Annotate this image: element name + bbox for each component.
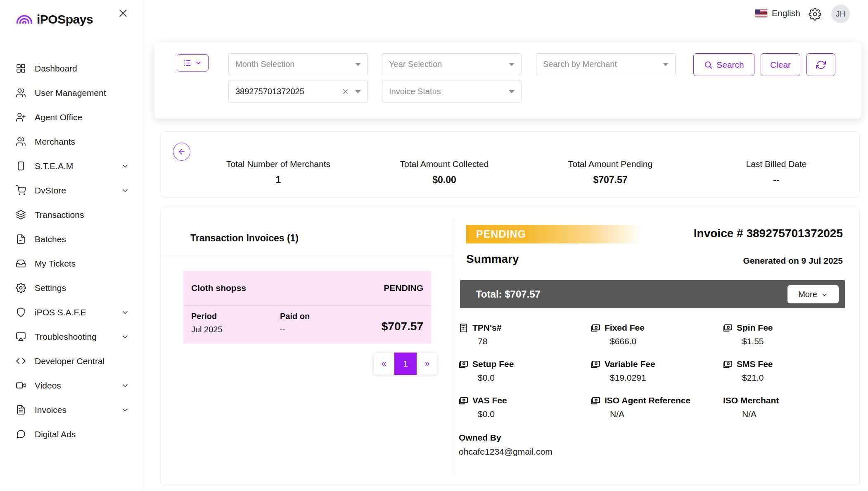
- sidebar-item-dashboard[interactable]: Dashboard: [0, 56, 145, 81]
- close-icon[interactable]: [117, 7, 129, 19]
- banknote-icon: [723, 360, 733, 369]
- fee-label-text: VAS Fee: [472, 396, 507, 405]
- gear-icon[interactable]: [809, 8, 821, 21]
- stat-label: Last Billed Date: [693, 159, 859, 169]
- stat-total-amount-pending: Total Amount Pending$707.57: [527, 159, 693, 186]
- fee-label-text: Setup Fee: [472, 359, 514, 369]
- banknote-icon: [723, 323, 733, 333]
- fee-label: TPN's#: [459, 323, 591, 333]
- cart-icon: [16, 185, 26, 195]
- fee-label: VAS Fee: [459, 396, 591, 405]
- search-button[interactable]: Search: [693, 53, 754, 76]
- fee-sms-fee: SMS Fee$21.0: [723, 359, 855, 396]
- sidebar-item-s-t-e-a-m[interactable]: S.T.E.A.M: [0, 154, 145, 178]
- fee-value: $21.0: [723, 373, 855, 383]
- year-selection-dropdown[interactable]: Year Selection: [382, 53, 522, 75]
- brand-name: iPOSpays: [37, 12, 93, 26]
- more-button[interactable]: More: [787, 285, 839, 303]
- banknote-icon: [459, 396, 468, 405]
- pagination-prev-button[interactable]: «: [373, 353, 394, 375]
- panel-divider: [453, 219, 453, 475]
- fee-label-text: ISO Agent Reference: [605, 396, 690, 405]
- user-plus-icon: [16, 112, 26, 122]
- fee-label-text: Variable Fee: [605, 359, 655, 369]
- period-value: Jul 2025: [191, 325, 280, 334]
- clear-button[interactable]: Clear: [761, 53, 800, 76]
- invoice-status-placeholder: Invoice Status: [389, 87, 441, 96]
- sidebar-item-ipos-s-a-f-e[interactable]: iPOS S.A.F.E: [0, 300, 145, 324]
- sidebar-item-label: User Management: [35, 88, 106, 98]
- fee-label: SMS Fee: [723, 359, 855, 369]
- sidebar-item-my-tickets[interactable]: My Tickets: [0, 251, 145, 276]
- refresh-button[interactable]: [806, 53, 835, 76]
- sidebar-item-label: Agent Office: [35, 112, 82, 122]
- search-button-label: Search: [716, 60, 744, 70]
- sidebar-item-troubleshooting[interactable]: Troubleshooting: [0, 324, 145, 349]
- stat-value: $0.00: [361, 174, 527, 186]
- fee-label: ISO Merchant: [723, 396, 855, 405]
- sidebar-item-label: Settings: [35, 283, 66, 293]
- fee-fixed-fee: Fixed Fee$666.0: [591, 323, 723, 359]
- paid-on-label: Paid on: [280, 312, 369, 321]
- layers-icon: [16, 210, 26, 220]
- invoice-status-dropdown[interactable]: Invoice Status: [382, 81, 522, 102]
- owned-by-label: Owned By: [459, 433, 553, 443]
- stat-label: Total Number of Merchants: [195, 159, 361, 169]
- clear-tpn-icon[interactable]: [342, 88, 349, 95]
- fee-label: Setup Fee: [459, 359, 591, 369]
- message-icon: [16, 429, 26, 439]
- sidebar-item-agent-office[interactable]: Agent Office: [0, 105, 145, 129]
- users-icon: [16, 136, 26, 147]
- month-selection-placeholder: Month Selection: [235, 60, 294, 69]
- screen-share-icon: [16, 331, 26, 342]
- sidebar-item-batches[interactable]: Batches: [0, 227, 145, 251]
- sidebar-item-label: Dashboard: [35, 64, 77, 74]
- tpn-value: 389275701372025: [235, 87, 304, 96]
- avatar[interactable]: JH: [831, 5, 850, 23]
- fee-iso-agent-reference: ISO Agent ReferenceN/A: [591, 396, 723, 432]
- sidebar-item-merchants[interactable]: Merchants: [0, 129, 145, 154]
- back-button[interactable]: [173, 143, 190, 161]
- chevron-down-icon: [121, 381, 129, 390]
- invoice-list-item[interactable]: Cloth shopss PENDING Period Jul 2025 Pai…: [183, 271, 431, 343]
- fee-iso-merchant: ISO MerchantN/A: [723, 396, 855, 432]
- sidebar-item-user-management[interactable]: User Management: [0, 81, 145, 105]
- code-icon: [16, 356, 26, 366]
- sidebar: iPOSpays DashboardUser ManagementAgent O…: [0, 0, 145, 491]
- invoice-item-status: PENDING: [384, 283, 423, 293]
- search-icon: [704, 60, 713, 69]
- sidebar-item-settings[interactable]: Settings: [0, 276, 145, 300]
- pending-status-banner: PENDING: [466, 225, 647, 243]
- invoice-item-body: Period Jul 2025 Paid on -- $707.57: [183, 306, 431, 334]
- fee-label: Fixed Fee: [591, 323, 723, 333]
- pagination: « 1 »: [373, 353, 438, 375]
- sidebar-item-invoices[interactable]: Invoices: [0, 398, 145, 422]
- pagination-next-button[interactable]: »: [417, 353, 438, 375]
- tpn-dropdown[interactable]: 389275701372025: [228, 81, 368, 102]
- chevron-down-icon: [121, 308, 129, 317]
- caret-down-icon: [355, 90, 361, 93]
- sidebar-item-developer-central[interactable]: Developer Central: [0, 349, 145, 373]
- pagination-page-1[interactable]: 1: [394, 353, 417, 375]
- stat-value: --: [693, 174, 859, 186]
- search-by-merchant-dropdown[interactable]: Search by Merchant: [536, 53, 676, 75]
- sidebar-item-label: DvStore: [35, 186, 66, 195]
- sidebar-item-label: Troubleshooting: [35, 332, 97, 342]
- sidebar-item-label: My Tickets: [35, 259, 76, 269]
- video-icon: [16, 380, 26, 391]
- more-button-label: More: [798, 290, 817, 299]
- banknote-icon: [459, 360, 468, 369]
- file-text-icon: [16, 405, 26, 415]
- rainbow-logo-icon: [16, 11, 33, 28]
- sidebar-item-digital-ads[interactable]: Digital Ads: [0, 422, 145, 446]
- sidebar-item-dvstore[interactable]: DvStore: [0, 178, 145, 203]
- sidebar-item-transactions[interactable]: Transactions: [0, 203, 145, 227]
- fee-label: ISO Agent Reference: [591, 396, 723, 405]
- fee-label: Spin Fee: [723, 323, 855, 333]
- users-icon: [16, 88, 26, 98]
- language-selector[interactable]: English: [755, 8, 800, 18]
- month-selection-dropdown[interactable]: Month Selection: [228, 53, 368, 75]
- us-flag-icon: [755, 10, 767, 17]
- sidebar-item-videos[interactable]: Videos: [0, 373, 145, 398]
- filter-list-toggle-button[interactable]: [177, 54, 209, 72]
